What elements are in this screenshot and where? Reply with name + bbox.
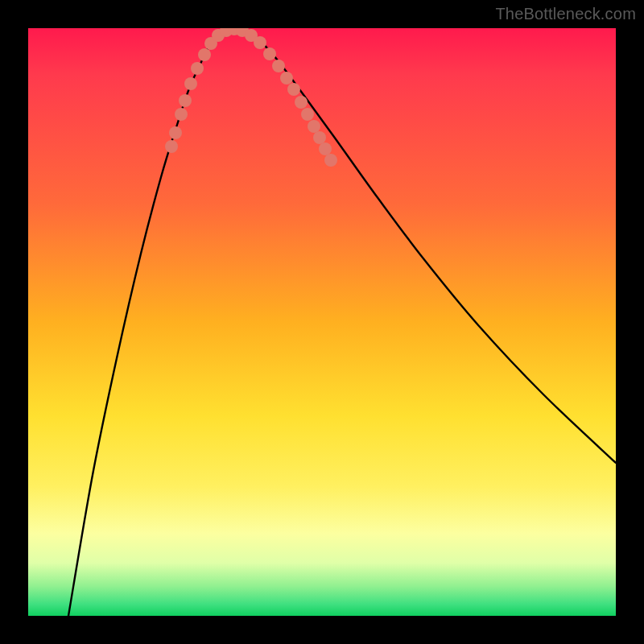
gradient-background [28, 28, 616, 616]
attribution-text: TheBottleneck.com [495, 5, 636, 23]
chart-frame: TheBottleneck.com [0, 0, 644, 644]
